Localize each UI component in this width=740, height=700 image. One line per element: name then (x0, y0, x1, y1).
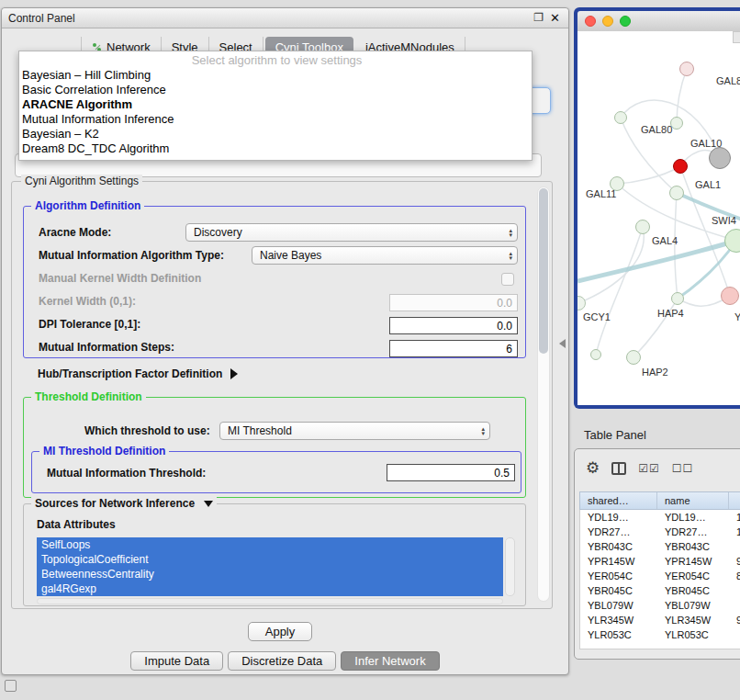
close-window-icon[interactable]: ✕ (550, 11, 560, 25)
table-cell: YER054C (657, 570, 729, 581)
hub-transcription-factor-section[interactable]: Hub/Transcription Factor Definition (38, 367, 238, 380)
column-header-name[interactable]: name (657, 492, 729, 509)
graph-node[interactable] (614, 111, 627, 124)
canvas-scrollbar-stub[interactable] (733, 31, 740, 43)
node-label-gal8: GAL8 (716, 75, 740, 86)
attributes-list-hscrollbar[interactable] (37, 598, 503, 604)
node-table: shared…name YDL19…YDL19…13YDR27…YDR27…12… (579, 491, 740, 649)
data-attributes-list: SelfLoopsTopologicalCoefficientBetweenne… (37, 537, 503, 596)
network-view-window: GAL8GAL80GAL10GAL11GAL1SWI4GAL4GCY1HAP4H… (574, 7, 740, 409)
zoom-traffic-light-icon[interactable] (620, 16, 631, 27)
table-row[interactable]: YPR145WYPR145W9. (580, 554, 740, 569)
columns-icon[interactable] (611, 462, 626, 475)
combo-arrows-icon: ▴▾ (481, 426, 485, 435)
dropdown-item-basic-correlation-inference[interactable]: Basic Correlation Inference (19, 83, 532, 97)
graph-node[interactable] (679, 62, 694, 76)
table-row[interactable]: YER054CYER054C8. (580, 569, 740, 583)
float-window-icon[interactable]: ❐ (533, 11, 544, 24)
graph-node[interactable] (626, 350, 641, 365)
mi-algorithm-type-select[interactable]: Naive Bayes ▴▾ (252, 246, 518, 265)
attribute-item-betweennesscentrality[interactable]: BetweennessCentrality (37, 567, 503, 581)
dropdown-item-bayesian-hill-climbing[interactable]: Bayesian – Hill Climbing (19, 68, 532, 83)
node-label-gal80: GAL80 (641, 124, 672, 135)
sources-box: Sources for Network Inference Data Attri… (23, 503, 526, 606)
column-header-shared[interactable]: shared… (580, 492, 657, 509)
which-threshold-label: Which threshold to use: (84, 424, 210, 437)
dropdown-placeholder: Select algorithm to view settings (19, 53, 532, 68)
settings-group-title: Cyni Algorithm Settings (21, 175, 142, 187)
network-canvas[interactable]: GAL8GAL80GAL10GAL11GAL1SWI4GAL4GCY1HAP4H… (577, 31, 740, 405)
dpi-tolerance-input[interactable] (389, 317, 518, 334)
mi-threshold-label: Mutual Information Threshold: (47, 467, 206, 480)
aracne-mode-value: Discovery (194, 226, 242, 239)
desktop: Control Panel ❐ ✕ NetworkStyleSelectCyni… (0, 0, 740, 700)
table-row[interactable]: YBR043CYBR043C (580, 539, 740, 554)
dropdown-item-aracne-algorithm[interactable]: ARACNE Algorithm (19, 97, 532, 112)
mi-steps-input[interactable] (389, 340, 518, 357)
table-row[interactable]: YLR053CYLR053C (580, 627, 740, 642)
table-cell: YER054C (580, 570, 657, 581)
table-row[interactable]: YLR345WYLR345W9. (580, 613, 740, 627)
bottom-tab-impute-data[interactable]: Impute Data (130, 651, 223, 671)
bottom-tab-infer-network[interactable]: Infer Network (341, 651, 439, 671)
hub-section-label: Hub/Transcription Factor Definition (38, 367, 222, 380)
expand-down-icon (204, 501, 213, 507)
cyni-algorithm-settings-group: Cyni Algorithm Settings Algorithm Defini… (11, 181, 553, 609)
settings-scrollbar-thumb[interactable] (539, 188, 548, 354)
graph-node[interactable] (721, 287, 739, 305)
node-label-gal11: GAL11 (586, 188, 616, 199)
attributes-list-vscrollbar[interactable] (505, 537, 515, 596)
collapsed-panel-icon[interactable] (5, 680, 17, 692)
algorithm-definition-title: Algorithm Definition (31, 199, 144, 212)
table-cell: YBR045C (580, 585, 657, 596)
data-attributes-label: Data Attributes (37, 518, 116, 531)
mi-threshold-input[interactable] (387, 464, 515, 481)
graph-node[interactable] (671, 292, 684, 305)
table-row[interactable]: YBR045CYBR045C (580, 583, 740, 598)
manual-kernel-width-checkbox[interactable] (501, 273, 514, 286)
gear-icon[interactable]: ⚙ (586, 460, 600, 476)
table-cell: YBL079W (580, 600, 657, 611)
table-body: YDL19…YDL19…13YDR27…YDR27…12YBR043CYBR04… (579, 510, 740, 649)
attribute-item-selfloops[interactable]: SelfLoops (37, 537, 503, 552)
graph-node[interactable] (669, 186, 684, 200)
node-label-hap4: HAP4 (657, 308, 684, 319)
graph-node[interactable] (635, 220, 650, 234)
graph-node[interactable] (673, 159, 688, 174)
table-row[interactable]: YDR27…YDR27…12 (580, 525, 740, 539)
dropdown-item-bayesian-k2[interactable]: Bayesian – K2 (19, 127, 532, 141)
mi-algorithm-type-value: Naive Bayes (260, 249, 321, 262)
mi-steps-label: Mutual Information Steps: (39, 341, 174, 354)
minimize-traffic-light-icon[interactable] (602, 16, 613, 27)
which-threshold-select[interactable]: MI Threshold ▴▾ (219, 422, 490, 440)
kernel-width-input[interactable] (389, 294, 518, 311)
table-row[interactable]: YBL079WYBL079W (580, 598, 740, 613)
table-cell: YBR045C (657, 585, 729, 596)
graph-node[interactable] (709, 147, 731, 169)
dropdown-item-dream8-dc-tdc-algorithm[interactable]: Dream8 DC_TDC Algorithm (19, 141, 532, 156)
attribute-item-topologicalcoefficient[interactable]: TopologicalCoefficient (37, 552, 503, 567)
select-all-checks-icon[interactable]: ☑☑ (638, 462, 660, 475)
control-panel-titlebar[interactable]: Control Panel ❐ ✕ (2, 8, 568, 28)
settings-scrollbar[interactable] (537, 186, 550, 602)
graph-node[interactable] (590, 349, 601, 360)
close-traffic-light-icon[interactable] (585, 16, 596, 27)
dropdown-item-mutual-information-inference[interactable]: Mutual Information Inference (19, 112, 532, 127)
apply-button[interactable]: Apply (248, 622, 312, 641)
splitter-collapse-icon[interactable] (559, 339, 566, 348)
table-cell: YDR27… (657, 526, 729, 537)
sources-title[interactable]: Sources for Network Inference (31, 497, 217, 510)
table-row[interactable]: YDL19…YDL19…13 (580, 510, 740, 525)
network-window-titlebar[interactable] (577, 11, 740, 31)
table-cell: YPR145W (657, 556, 729, 567)
deselect-all-checks-icon[interactable]: ☐☐ (672, 462, 694, 475)
combo-arrows-icon: ▴▾ (509, 228, 512, 237)
dpi-tolerance-label: DPI Tolerance [0,1]: (39, 318, 140, 331)
combo-arrows-icon: ▴▾ (509, 251, 512, 260)
aracne-mode-select[interactable]: Discovery ▴▾ (185, 223, 518, 242)
control-panel-window: Control Panel ❐ ✕ NetworkStyleSelectCyni… (1, 7, 569, 675)
bottom-tab-discretize-data[interactable]: Discretize Data (228, 651, 336, 671)
column-header-col2[interactable] (729, 492, 740, 509)
attribute-item-gal4rgexp[interactable]: gal4RGexp (37, 581, 503, 596)
node-label-swi4: SWI4 (712, 215, 736, 226)
